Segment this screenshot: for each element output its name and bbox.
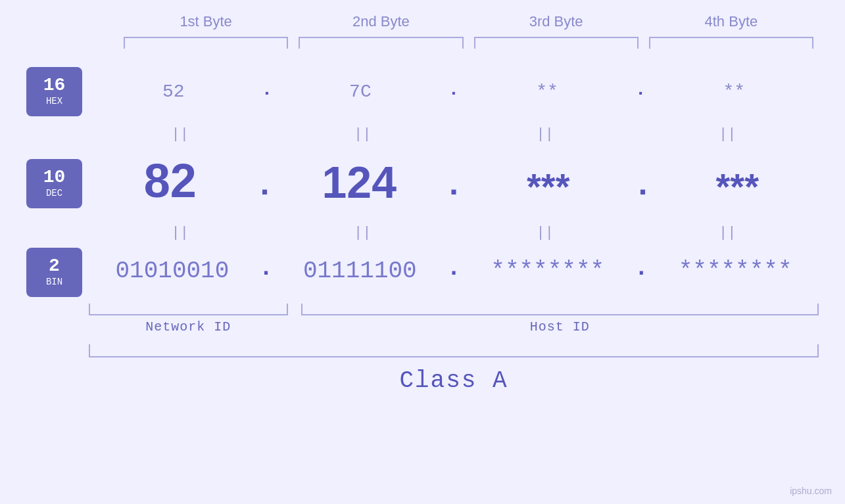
hex-base-number: 16 — [43, 76, 66, 95]
eq1-b3: || — [454, 126, 637, 143]
sub-brackets: Network ID Host ID — [26, 304, 819, 334]
bin-row: 2 BIN 01010010 . 01111100 . ******** . *… — [26, 246, 819, 298]
network-id-label: Network ID — [89, 319, 288, 334]
dec-dot2: . — [441, 170, 467, 208]
bin-base-label: BIN — [46, 277, 62, 287]
bottom-section: Class A — [26, 344, 819, 394]
dec-b2: 124 — [278, 156, 441, 208]
bin-dot1: . — [256, 257, 277, 285]
hex-dot3: . — [632, 81, 650, 102]
equals-row-2: || || || || — [26, 219, 819, 246]
dec-dot3: . — [629, 170, 656, 208]
byte2-header: 2nd Byte — [293, 13, 468, 30]
bracket-gap — [288, 304, 301, 334]
byte4-header: 4th Byte — [644, 13, 819, 30]
hex-values: 52 . 7C . ** . ** — [89, 81, 819, 102]
eq2-b1: || — [89, 225, 272, 241]
bin-b1: 01010010 — [89, 258, 256, 285]
bracket-byte3 — [474, 37, 639, 49]
network-id-bracket: Network ID — [89, 304, 288, 334]
bracket-byte4 — [649, 37, 813, 49]
dec-dot1: . — [251, 170, 278, 208]
dec-base-number: 10 — [43, 168, 66, 187]
bin-badge: 2 BIN — [26, 248, 82, 297]
network-bracket-line — [89, 304, 288, 315]
eq1-b4: || — [637, 126, 819, 143]
hex-b4: ** — [650, 81, 819, 102]
dec-base-label: DEC — [46, 188, 62, 198]
bin-b3: ******** — [464, 258, 631, 285]
dec-row: 10 DEC 82 . 124 . *** . *** — [26, 147, 819, 219]
bracket-byte1 — [124, 37, 288, 49]
dec-b3: *** — [467, 165, 629, 208]
hex-dot2: . — [445, 81, 463, 102]
bin-dot3: . — [631, 257, 652, 285]
byte-headers: 1st Byte 2nd Byte 3rd Byte 4th Byte — [26, 13, 819, 30]
eq1-b2: || — [272, 126, 454, 143]
dec-b4: *** — [656, 165, 819, 208]
dec-badge: 10 DEC — [26, 159, 82, 208]
top-brackets — [26, 37, 819, 49]
dec-values: 82 . 124 . *** . *** — [89, 154, 819, 213]
hex-b1: 52 — [89, 81, 258, 102]
hex-b3: ** — [462, 81, 631, 102]
bin-b2: 01111100 — [276, 258, 443, 285]
eq1-b1: || — [89, 126, 272, 143]
bin-b4: ******** — [652, 258, 819, 285]
host-bracket-line — [301, 304, 819, 315]
host-id-label: Host ID — [301, 319, 819, 334]
dec-b1: 82 — [89, 154, 251, 208]
bin-values: 01010010 . 01111100 . ******** . *******… — [89, 257, 819, 288]
hex-base-label: HEX — [46, 96, 62, 106]
byte3-header: 3rd Byte — [469, 13, 644, 30]
equals-row-1: || || || || — [26, 121, 819, 147]
eq2-b4: || — [637, 225, 819, 241]
bin-base-number: 2 — [49, 257, 60, 275]
main-container: 1st Byte 2nd Byte 3rd Byte 4th Byte 16 H… — [0, 0, 845, 504]
full-bottom-bracket — [89, 344, 819, 357]
bin-dot2: . — [443, 257, 464, 285]
watermark: ipshu.com — [790, 486, 832, 496]
class-label: Class A — [89, 367, 819, 394]
hex-badge: 16 HEX — [26, 67, 82, 116]
hex-row: 16 HEX 52 . 7C . ** . ** — [26, 62, 819, 121]
eq2-b3: || — [454, 225, 637, 241]
bracket-byte2 — [299, 37, 463, 49]
byte1-header: 1st Byte — [118, 13, 293, 30]
eq2-b2: || — [272, 225, 454, 241]
hex-b2: 7C — [276, 81, 445, 102]
hex-dot1: . — [258, 81, 276, 102]
host-id-bracket: Host ID — [301, 304, 819, 334]
